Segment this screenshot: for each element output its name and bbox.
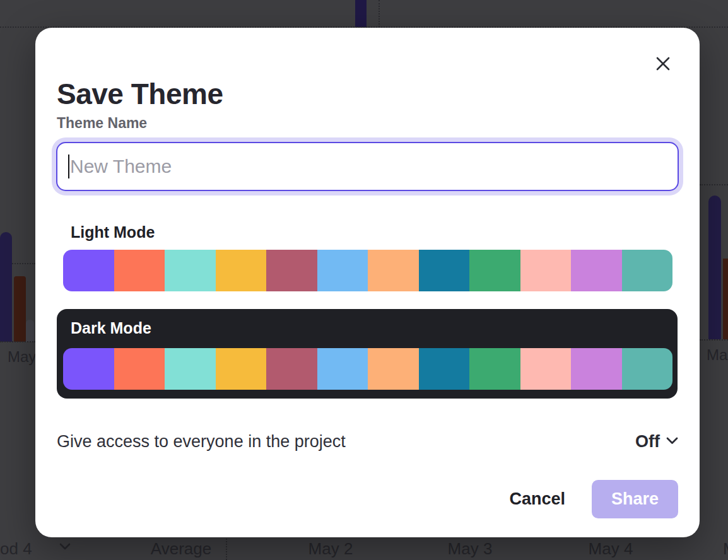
access-dropdown[interactable]: Off bbox=[635, 432, 678, 452]
color-swatch bbox=[520, 250, 572, 291]
color-swatch bbox=[368, 250, 419, 291]
backdrop-bar bbox=[14, 276, 26, 342]
save-theme-dialog: Save Theme Theme Name Light Mode Dark Mo… bbox=[35, 28, 700, 537]
color-swatch bbox=[63, 250, 114, 291]
color-swatch bbox=[216, 250, 267, 291]
gridline bbox=[226, 536, 227, 560]
light-mode-palette bbox=[63, 250, 672, 291]
color-swatch bbox=[266, 348, 317, 390]
theme-name-focus-ring bbox=[52, 137, 683, 195]
color-swatch bbox=[469, 250, 520, 291]
axis-label-may4: May 4 bbox=[589, 539, 633, 559]
gridline bbox=[379, 0, 380, 27]
theme-name-label: Theme Name bbox=[57, 115, 147, 132]
backdrop-month-label: May bbox=[8, 348, 36, 366]
axis-label-may2: May 2 bbox=[308, 539, 353, 559]
axis-label-period: od 4 bbox=[0, 539, 32, 559]
backdrop-bar bbox=[0, 232, 12, 342]
color-swatch bbox=[266, 250, 317, 291]
color-swatch bbox=[571, 348, 622, 390]
color-swatch bbox=[317, 250, 368, 291]
color-swatch bbox=[114, 348, 165, 390]
color-swatch bbox=[520, 348, 572, 390]
access-dropdown-value: Off bbox=[635, 432, 660, 452]
color-swatch bbox=[165, 348, 216, 390]
color-swatch bbox=[469, 348, 520, 390]
dark-mode-label: Dark Mode bbox=[71, 319, 151, 337]
color-swatch bbox=[571, 250, 622, 291]
theme-name-input[interactable] bbox=[56, 142, 679, 191]
access-label: Give access to everyone in the project bbox=[57, 432, 346, 452]
chevron-down-icon bbox=[666, 437, 678, 446]
dialog-title: Save Theme bbox=[57, 77, 223, 111]
backdrop-bar bbox=[708, 195, 721, 339]
axis-label-clipped: M bbox=[723, 539, 728, 559]
color-swatch bbox=[419, 348, 470, 390]
gridline bbox=[0, 341, 35, 342]
backdrop-bar bbox=[26, 320, 34, 342]
color-swatch bbox=[114, 250, 165, 291]
close-icon bbox=[654, 55, 672, 74]
gridline bbox=[700, 184, 728, 185]
cancel-button[interactable]: Cancel bbox=[509, 489, 565, 509]
color-swatch bbox=[317, 348, 368, 390]
backdrop-month-label: Ma bbox=[707, 346, 727, 364]
color-swatch bbox=[622, 250, 673, 291]
dark-mode-palette bbox=[63, 348, 672, 390]
color-swatch bbox=[622, 348, 673, 390]
backdrop-bar bbox=[355, 0, 367, 27]
chevron-down-icon bbox=[59, 543, 71, 551]
backdrop-bar bbox=[723, 259, 728, 339]
color-swatch bbox=[368, 348, 419, 390]
close-button[interactable] bbox=[653, 54, 673, 74]
axis-label-average: Average bbox=[151, 539, 211, 559]
gridline bbox=[700, 339, 728, 341]
access-row: Give access to everyone in the project O… bbox=[57, 429, 678, 454]
light-mode-label: Light Mode bbox=[71, 223, 155, 242]
dialog-actions: Cancel Share bbox=[509, 480, 678, 518]
color-swatch bbox=[216, 348, 267, 390]
color-swatch bbox=[63, 348, 114, 390]
color-swatch bbox=[165, 250, 216, 291]
share-button[interactable]: Share bbox=[592, 480, 678, 518]
color-swatch bbox=[419, 250, 470, 291]
axis-label-may3: May 3 bbox=[448, 539, 493, 559]
dark-mode-card: Dark Mode bbox=[57, 309, 678, 399]
text-caret bbox=[68, 155, 69, 178]
